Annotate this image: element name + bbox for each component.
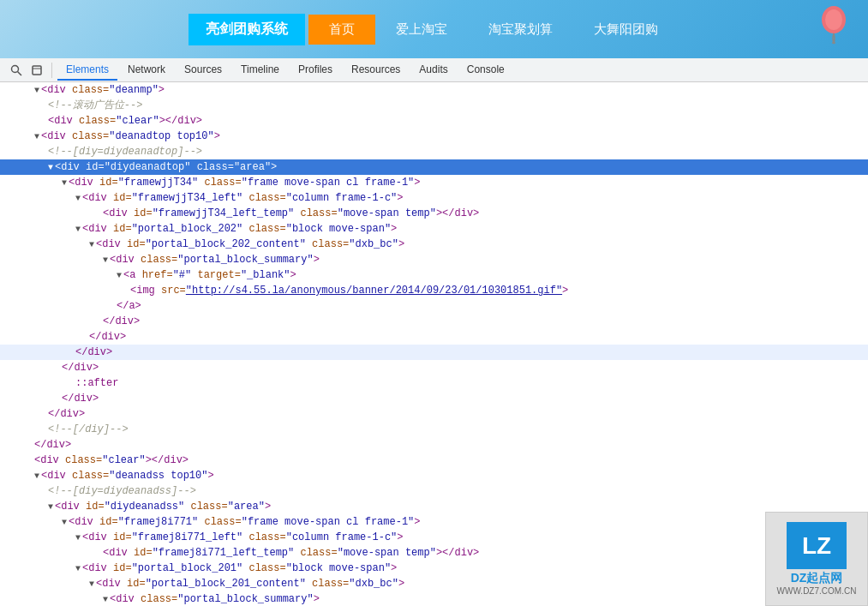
code-line: <div id="framewjjT34" class="frame move-… xyxy=(0,175,868,190)
code-line: <div class="deanadss top10"> xyxy=(0,468,868,483)
expand-triangle[interactable] xyxy=(48,501,53,513)
expand-triangle[interactable] xyxy=(62,177,67,189)
search-button[interactable] xyxy=(7,63,26,78)
expand-triangle[interactable] xyxy=(103,593,108,606)
code-line: <div class="portal_block_summary"> xyxy=(0,252,868,267)
code-line: <!--[/diy]--> xyxy=(0,422,868,437)
expand-triangle[interactable] xyxy=(89,578,94,591)
code-line: </div> xyxy=(0,360,868,375)
expand-triangle[interactable] xyxy=(117,269,122,282)
code-line: <!--滚动广告位--> xyxy=(0,98,868,113)
expand-triangle[interactable] xyxy=(75,223,81,236)
code-line: <div id="portal_block_201" class="block … xyxy=(0,561,868,576)
expand-triangle[interactable] xyxy=(89,238,94,251)
nav-item-taobao[interactable]: 爱上淘宝 xyxy=(375,15,468,45)
nav-item-home[interactable]: 首页 xyxy=(308,15,375,45)
expand-triangle[interactable] xyxy=(34,470,39,483)
code-line: <div class="clear"></div> xyxy=(0,113,868,129)
code-line-selected[interactable]: <div id="diydeanadtop" class="area"> xyxy=(0,159,868,175)
expand-triangle[interactable] xyxy=(75,192,81,205)
tab-sources[interactable]: Sources xyxy=(176,60,230,81)
nav-brand[interactable]: 亮剑团购系统 xyxy=(189,14,305,45)
tab-audits[interactable]: Audits xyxy=(410,60,456,81)
code-line: <div class="portal_block_summary"> xyxy=(0,591,868,606)
code-line: <div id="framewjjT34_left_temp" class="m… xyxy=(0,206,868,221)
expand-triangle[interactable] xyxy=(75,531,81,544)
device-icon xyxy=(31,64,43,76)
expand-triangle[interactable] xyxy=(34,84,39,97)
code-line: <!--[diy=diydeanadtop]--> xyxy=(0,144,868,159)
code-line: </div> xyxy=(0,406,868,422)
expand-triangle[interactable] xyxy=(62,516,67,529)
expand-triangle[interactable] xyxy=(75,562,81,575)
watermark-text2: WWW.DZ7.COM.CN xyxy=(777,586,857,596)
code-line: <div id="framewjjT34_left" class="column… xyxy=(0,190,868,206)
code-line: <div id="framej8i771" class="frame move-… xyxy=(0,514,868,530)
nav-item-wuyang[interactable]: 大舞阳团购 xyxy=(573,15,679,45)
website-header: 亮剑团购系统 首页 爱上淘宝 淘宝聚划算 大舞阳团购 xyxy=(0,0,868,58)
devtools-toolbar: Elements Network Sources Timeline Profil… xyxy=(0,58,868,82)
code-line: </div> xyxy=(0,329,868,345)
tab-network[interactable]: Network xyxy=(119,60,174,81)
code-line: <div id="portal_block_202_content" class… xyxy=(0,237,868,252)
watermark-logo: LZ xyxy=(787,522,847,569)
balloon-icon xyxy=(817,4,851,51)
nav-menu: 亮剑团购系统 首页 爱上淘宝 淘宝聚划算 大舞阳团购 xyxy=(189,14,679,45)
code-line: </a> xyxy=(0,298,868,314)
code-line: <div id="framej8i771_left" class="column… xyxy=(0,530,868,545)
code-line: <img src="http://s4.55.la/anonymous/bann… xyxy=(0,283,868,298)
code-line: <div class="deanadtop top10"> xyxy=(0,129,868,144)
tab-resources[interactable]: Resources xyxy=(343,60,409,81)
svg-point-3 xyxy=(12,65,19,72)
tab-timeline[interactable]: Timeline xyxy=(232,60,288,81)
code-line: </div> xyxy=(0,314,868,329)
code-line: <div id="framej8i771_left_temp" class="m… xyxy=(0,545,868,561)
tab-profiles[interactable]: Profiles xyxy=(290,60,341,81)
expand-triangle[interactable] xyxy=(103,254,108,267)
code-panel[interactable]: <div class="deanmp"> <!--滚动广告位--> <div c… xyxy=(0,82,868,606)
code-line: <div id="portal_block_202" class="block … xyxy=(0,221,868,237)
svg-line-4 xyxy=(18,71,22,75)
watermark-text1: DZ起点网 xyxy=(791,571,843,586)
tab-console[interactable]: Console xyxy=(458,60,513,81)
search-icon xyxy=(10,64,22,76)
code-line: <div id="portal_block_201_content" class… xyxy=(0,576,868,591)
code-line: ::after xyxy=(0,375,868,391)
code-line-hover: </div> xyxy=(0,345,868,360)
code-line: <div id="diydeanadss" class="area"> xyxy=(0,499,868,514)
code-line: <a href="#" target="_blank"> xyxy=(0,267,868,283)
nav-item-juhuasuan[interactable]: 淘宝聚划算 xyxy=(468,15,573,45)
tab-elements[interactable]: Elements xyxy=(57,60,117,81)
watermark: LZ DZ起点网 WWW.DZ7.COM.CN xyxy=(765,512,868,606)
expand-triangle[interactable] xyxy=(34,130,39,143)
code-line: </div> xyxy=(0,391,868,406)
code-line: </div> xyxy=(0,437,868,453)
code-line: <!--[diy=diydeanadss]--> xyxy=(0,483,868,499)
code-line: <div class="clear"></div> xyxy=(0,453,868,468)
toolbar-divider xyxy=(51,63,52,78)
svg-rect-5 xyxy=(33,66,41,75)
device-toggle-button[interactable] xyxy=(27,63,46,78)
expand-triangle[interactable] xyxy=(48,161,53,174)
code-line: <div class="deanmp"> xyxy=(0,82,868,98)
svg-point-1 xyxy=(825,9,842,30)
